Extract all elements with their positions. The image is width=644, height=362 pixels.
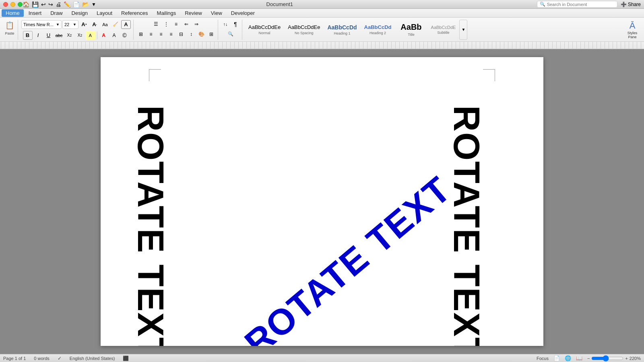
zoom-in-button[interactable]: + — [625, 356, 627, 361]
ruler-content — [1, 42, 643, 49]
font-name-text: Times New R... — [23, 22, 56, 27]
style-no-spacing-preview: AaBbCcDdEe — [288, 24, 320, 30]
style-heading2[interactable]: AaBbCcDd Heading 2 — [361, 20, 395, 40]
menu-developer[interactable]: Developer — [227, 9, 259, 17]
spelling-icon[interactable]: ✓ — [58, 356, 62, 361]
font-grow-button[interactable]: A+ — [79, 20, 89, 29]
bold-button[interactable]: B — [23, 31, 33, 40]
font-size-text: 22 — [64, 22, 73, 27]
share-button[interactable]: ➕ Share — [621, 2, 641, 7]
shading-button[interactable]: 🎨 — [196, 30, 206, 39]
word-count: 0 words — [34, 356, 50, 361]
font-size-dropdown-icon[interactable]: ▼ — [73, 23, 76, 27]
superscript-button[interactable]: X2 — [75, 31, 85, 40]
numbering-button[interactable]: ⋮ — [161, 20, 171, 29]
style-heading2-label: Heading 2 — [369, 31, 386, 35]
style-subtitle[interactable]: AaBbCcDdE Subtitle — [427, 20, 459, 40]
menu-bar: Home Insert Draw Design Layout Reference… — [0, 9, 644, 18]
window-controls — [3, 2, 23, 7]
style-heading2-preview: AaBbCcDd — [364, 24, 392, 30]
rotate-text-right: ROTATE TEXT — [446, 105, 487, 346]
search-box[interactable]: 🔍 — [537, 1, 617, 8]
focus-button[interactable]: Focus — [537, 356, 549, 361]
justify-button[interactable]: ≡ — [166, 30, 176, 39]
style-normal[interactable]: AaBbCcDdEe Normal — [245, 20, 284, 40]
align-right-button[interactable]: ≡ — [156, 30, 166, 39]
italic-button[interactable]: I — [33, 31, 43, 40]
new-doc-icon[interactable]: 📄 — [73, 1, 80, 8]
text-highlight-button[interactable]: A — [86, 31, 95, 40]
format-A-button[interactable]: A — [121, 20, 131, 29]
columns-button[interactable]: ⊟ — [176, 30, 186, 39]
styles-more-button[interactable]: ▼ — [459, 20, 467, 40]
zoom-out-button[interactable]: − — [587, 356, 590, 361]
menu-draw[interactable]: Draw — [46, 9, 66, 17]
track-changes-icon[interactable]: ⬛ — [123, 356, 129, 361]
menu-mailings[interactable]: Mailings — [153, 9, 180, 17]
zoom-slider[interactable] — [591, 355, 623, 362]
toolbar-icon-2[interactable]: 💾 — [32, 1, 39, 8]
underline-button[interactable]: U — [44, 31, 54, 40]
paste-button[interactable]: 📋 — [3, 20, 16, 31]
menu-home[interactable]: Home — [2, 9, 24, 17]
clear-format-button[interactable]: 🧹 — [111, 20, 120, 29]
open-icon[interactable]: 📂 — [82, 1, 89, 8]
bullets-button[interactable]: ☰ — [151, 20, 161, 29]
rotate-text-diagonal: ROTATE TEXT — [237, 169, 437, 338]
language: English (United States) — [70, 356, 115, 361]
multilevel-button[interactable]: ≡ — [171, 20, 181, 29]
increase-indent-button[interactable]: ⇒ — [192, 20, 201, 29]
subscript-button[interactable]: X2 — [65, 31, 74, 40]
view-mode-read[interactable]: 📖 — [576, 355, 582, 361]
page-info: Page 1 of 1 — [3, 356, 26, 361]
style-heading1-preview: AaBbCcDd — [327, 24, 357, 31]
search-input[interactable] — [547, 2, 611, 7]
menu-review[interactable]: Review — [181, 9, 206, 17]
minimize-button[interactable] — [10, 2, 15, 7]
document-page[interactable]: ROTATE TEXT ROTATE TEXT ROTATE TEXT — [101, 57, 543, 346]
font-size-selector[interactable]: 22 ▼ — [62, 20, 78, 29]
strikethrough-button[interactable]: abc — [54, 31, 64, 40]
search-icon: 🔍 — [540, 2, 545, 7]
change-case-button[interactable]: Aa — [100, 20, 110, 29]
customize-icon[interactable]: ✏️ — [64, 1, 70, 8]
find-replace-button[interactable]: 🔍 — [226, 30, 235, 39]
style-heading1[interactable]: AaBbCcDd Heading 1 — [324, 20, 360, 40]
align-left-button[interactable]: ⊞ — [136, 30, 146, 39]
style-title[interactable]: AaBb Title — [395, 20, 427, 40]
borders-button[interactable]: ⊞ — [206, 30, 216, 39]
menu-layout[interactable]: Layout — [93, 9, 116, 17]
text-effects-button[interactable]: A — [109, 31, 119, 40]
align-center-button[interactable]: ≡ — [146, 30, 156, 39]
menu-view[interactable]: View — [207, 9, 226, 17]
text-color-button[interactable]: A — [99, 31, 109, 40]
maximize-button[interactable] — [18, 2, 23, 7]
redo-icon[interactable]: ↪ — [48, 1, 53, 8]
font-dropdown-icon[interactable]: ▼ — [56, 23, 60, 27]
style-no-spacing[interactable]: AaBbCcDdEe No Spacing — [284, 20, 324, 40]
font-shrink-button[interactable]: A- — [90, 20, 99, 29]
styles-panel: AaBbCcDdEe Normal AaBbCcDdEe No Spacing … — [243, 20, 621, 40]
toolbar-icon-1[interactable]: 🏠 — [23, 1, 29, 8]
menu-insert[interactable]: Insert — [25, 9, 46, 17]
document-area[interactable]: ROTATE TEXT ROTATE TEXT ROTATE TEXT — [0, 49, 644, 354]
close-button[interactable] — [3, 2, 8, 7]
decrease-indent-button[interactable]: ⇐ — [182, 20, 191, 29]
line-spacing-button[interactable]: ↕ — [186, 30, 196, 39]
clipboard-group: 📋 Paste — [2, 20, 18, 40]
print-icon[interactable]: 🖨 — [56, 1, 61, 8]
special-format-button[interactable]: © — [120, 31, 130, 40]
font-name-selector[interactable]: Times New R... ▼ — [21, 20, 62, 29]
menu-references[interactable]: References — [117, 9, 152, 17]
zoom-level: 220% — [630, 356, 641, 361]
view-mode-print[interactable]: 📄 — [553, 355, 560, 361]
margin-indicator-tr — [483, 69, 495, 81]
style-title-preview: AaBb — [400, 23, 421, 32]
undo-icon[interactable]: ↩ — [41, 1, 46, 8]
sort-button[interactable]: ↑↓ — [221, 20, 230, 29]
menu-design[interactable]: Design — [68, 9, 92, 17]
more-icon[interactable]: ▼ — [91, 2, 96, 7]
pilcrow-button[interactable]: ¶ — [231, 20, 240, 29]
view-mode-web[interactable]: 🌐 — [565, 355, 571, 361]
styles-pane-button[interactable]: Ā Styles Pane — [622, 20, 642, 40]
